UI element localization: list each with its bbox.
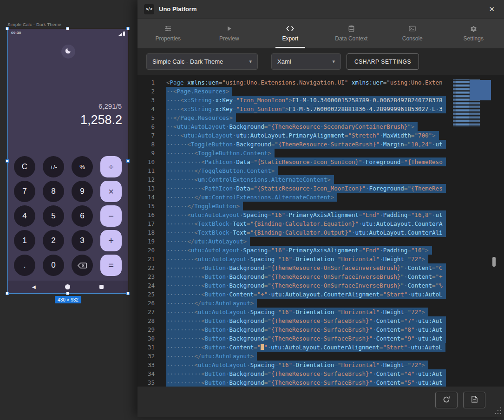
nav-home-icon[interactable] — [65, 284, 70, 289]
code-line[interactable]: ········</ToggleButton.Content> — [166, 166, 450, 175]
export-file-button[interactable] — [463, 392, 485, 408]
code-line[interactable]: ··········<Button·Content=""·utu:AutoLay… — [166, 343, 450, 352]
moon-icon — [65, 47, 72, 56]
code-line[interactable]: ········<utu:AutoLayout·Spacing="16"·Ori… — [166, 361, 450, 369]
line-number: 21 — [137, 255, 155, 263]
selection-handle-top-right[interactable] — [126, 27, 130, 30]
code-line[interactable]: ····<utu:AutoLayout·utu:AutoLayout.Prima… — [166, 131, 450, 140]
key-7[interactable]: 7 — [14, 181, 35, 202]
key-4[interactable]: 4 — [14, 205, 35, 227]
code-editor[interactable]: 1234567891011121314151617181920212223242… — [137, 75, 504, 387]
selection-handle-top-left[interactable] — [6, 27, 9, 30]
key-×[interactable]: × — [100, 181, 122, 202]
refresh-button[interactable] — [435, 392, 458, 408]
tab-settings[interactable]: Settings — [443, 19, 504, 48]
code-line[interactable]: ··········<Button·Background="{ThemeReso… — [166, 316, 450, 325]
key-5[interactable]: 5 — [43, 205, 64, 227]
key-2[interactable]: 2 — [43, 230, 64, 251]
key-3[interactable]: 3 — [72, 230, 93, 251]
code-line[interactable]: ········<ToggleButton.Content> — [166, 149, 450, 158]
line-number: 34 — [137, 369, 155, 378]
tab-data-context[interactable]: Data Context — [321, 19, 382, 48]
code-line[interactable]: ········<utu:AutoLayout·Spacing="16"·Ori… — [166, 308, 450, 316]
selection-handle-mid-left[interactable] — [6, 159, 9, 163]
selection-handle-mid-right[interactable] — [126, 159, 130, 163]
tab-console[interactable]: Console — [382, 19, 443, 48]
minimap-code-block — [456, 79, 469, 126]
key-1[interactable]: 1 — [14, 230, 35, 251]
code-line[interactable]: ····<x:String·x:Key="Icon_SunIcon">F1·M·… — [166, 105, 450, 113]
key-+[interactable]: + — [100, 230, 122, 251]
code-line[interactable]: ··<utu:AutoLayout·Background="{ThemeReso… — [166, 122, 450, 131]
titlebar[interactable]: </> Uno Platform ✕ — [137, 0, 504, 19]
code-line[interactable]: ········</um:ControlExtensions.Alternate… — [166, 193, 450, 202]
code-line[interactable]: ········<um:ControlExtensions.AlternateC… — [166, 175, 450, 184]
code-line[interactable]: ··········<Button·Background="{ThemeReso… — [166, 272, 450, 281]
database-icon — [348, 25, 354, 32]
key-9[interactable]: 9 — [72, 181, 93, 202]
key-C[interactable]: C — [14, 156, 35, 177]
theme-toggle-button[interactable] — [61, 45, 75, 59]
code-line[interactable]: ··········<Button·Background="{ThemeReso… — [166, 263, 450, 272]
code-line[interactable]: ··········<PathIcon·Data="{StaticResourc… — [166, 184, 450, 193]
line-number: 28 — [137, 316, 155, 325]
key-÷[interactable]: ÷ — [100, 156, 122, 177]
nav-recents-icon[interactable] — [99, 285, 104, 289]
key-backspace[interactable] — [72, 255, 93, 276]
key-=[interactable]: = — [100, 255, 122, 276]
line-number: 10 — [137, 158, 155, 166]
code-line[interactable]: ········<utu:AutoLayout·Spacing="16"·Ori… — [166, 255, 450, 263]
close-icon[interactable]: ✕ — [489, 5, 495, 13]
minimap[interactable] — [453, 78, 491, 385]
key-.[interactable]: . — [14, 255, 35, 276]
page-select[interactable]: Simple Calc - Dark Theme ▾ — [146, 53, 258, 70]
selection-handle-top-mid[interactable] — [66, 27, 69, 30]
code-line[interactable]: ······</utu:AutoLayout> — [166, 237, 450, 246]
key-+/-[interactable]: +/- — [43, 156, 64, 177]
code-line[interactable]: ··········<Button·Background="{ThemeReso… — [166, 369, 450, 378]
key-%[interactable]: % — [72, 156, 93, 177]
code-line[interactable]: ··········<PathIcon·Data="{StaticResourc… — [166, 158, 450, 166]
phone-artboard[interactable]: 09:30 6,291/5 1,258.2 C+/-%÷789×456−123+… — [7, 29, 128, 294]
code-line[interactable]: ········<TextBlock·Text="{Binding·Calcul… — [166, 228, 450, 237]
code-line[interactable]: ········<TextBlock·Text="{Binding·Calcul… — [166, 219, 450, 228]
key-8[interactable]: 8 — [43, 181, 64, 202]
scrollbar-thumb[interactable] — [492, 257, 496, 267]
code-line[interactable]: ··········<Button·Background="{ThemeReso… — [166, 281, 450, 290]
line-number: 15 — [137, 202, 155, 210]
code-line[interactable]: ··<Page.Resources> — [166, 87, 450, 96]
tab-preview[interactable]: Preview — [199, 19, 260, 48]
key-−[interactable]: − — [100, 205, 122, 227]
code-line[interactable]: <Page xmlns:uen="using:Uno.Extensions.Na… — [166, 78, 450, 87]
chevron-down-icon: ▾ — [332, 59, 335, 65]
line-number: 3 — [137, 96, 155, 105]
line-number: 6 — [137, 122, 155, 131]
selection-handle-bottom-mid[interactable] — [66, 292, 69, 295]
code-line[interactable]: ··········<Button·Background="{ThemeReso… — [166, 378, 450, 387]
code-line[interactable]: ··········<Button·Background="{ThemeReso… — [166, 325, 450, 334]
code-line[interactable]: ······<utu:AutoLayout·Spacing="16"·Prima… — [166, 210, 450, 219]
nav-back-icon[interactable]: ◀ — [32, 285, 36, 289]
code-line[interactable]: ········</utu:AutoLayout> — [166, 352, 450, 361]
page-select-value: Simple Calc - Dark Theme — [152, 58, 223, 65]
selection-handle-bottom-right[interactable] — [126, 292, 130, 295]
tab-export[interactable]: Export — [260, 19, 321, 48]
status-bar-time: 09:30 — [11, 31, 21, 35]
selection-handle-bottom-left[interactable] — [6, 292, 9, 295]
code-line[interactable]: ······<utu:AutoLayout·Spacing="16"·Prima… — [166, 246, 450, 255]
code-line[interactable]: ··········<Button·Background="{ThemeReso… — [166, 334, 450, 343]
code-line[interactable]: ····<x:String·x:Key="Icon_MoonIcon">F1·M… — [166, 96, 450, 105]
line-number: 9 — [137, 149, 155, 158]
code-line[interactable]: ··</Page.Resources> — [166, 113, 450, 122]
csharp-settings-button[interactable]: CSHARP SETTINGS — [347, 53, 419, 70]
window-title: Uno Platform — [159, 6, 197, 13]
tab-properties[interactable]: Properties — [137, 19, 199, 48]
key-6[interactable]: 6 — [72, 205, 93, 227]
code-line[interactable]: ······</ToggleButton> — [166, 202, 450, 210]
format-select[interactable]: Xaml ▾ — [271, 53, 341, 70]
resize-grip[interactable] — [491, 404, 503, 416]
code-line[interactable]: ······<ToggleButton·Background="{ThemeRe… — [166, 140, 450, 149]
code-line[interactable]: ········</utu:AutoLayout> — [166, 299, 450, 308]
code-line[interactable]: ··········<Button·Content="÷"·utu:AutoLa… — [166, 290, 450, 299]
key-0[interactable]: 0 — [43, 255, 64, 276]
